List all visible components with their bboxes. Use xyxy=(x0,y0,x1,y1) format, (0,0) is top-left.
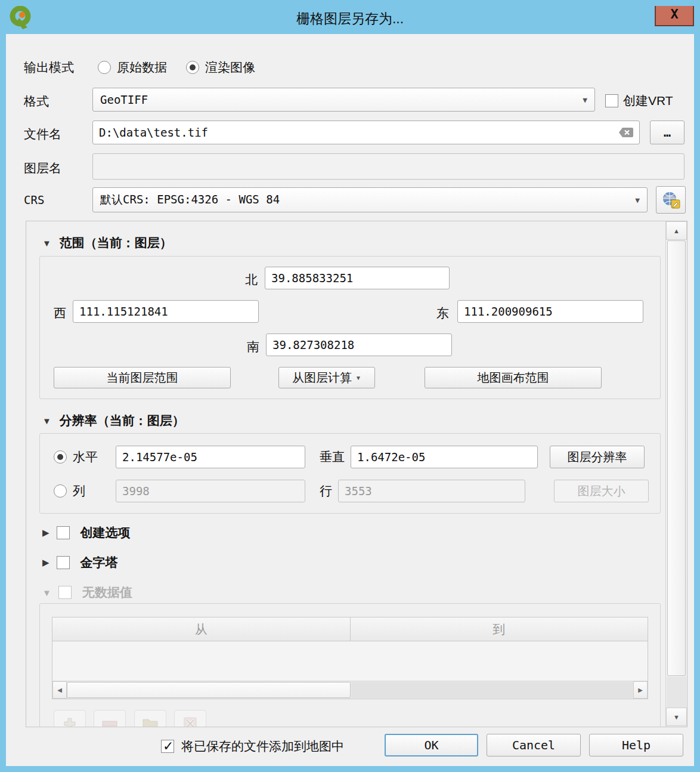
north-input[interactable] xyxy=(265,267,450,289)
calc-from-layer-label: 从图层计算 xyxy=(292,370,352,386)
nodata-groupbox: 从 到 ◀ ▶ xyxy=(39,603,661,727)
west-label: 西 xyxy=(54,305,66,322)
radio-resolution[interactable] xyxy=(54,450,67,464)
columns-input[interactable] xyxy=(116,480,305,502)
format-label: 格式 xyxy=(24,93,49,110)
extent-groupbox: 北 西 东 南 当前图层范围 从图层计算 ▼ xyxy=(39,256,661,399)
plus-icon xyxy=(63,717,77,727)
vertical-label: 垂直 xyxy=(320,449,345,465)
nodata-title[interactable]: 无数据值 xyxy=(82,584,132,601)
nodata-from-header: 从 xyxy=(52,617,351,641)
radio-raw-data-label[interactable]: 原始数据 xyxy=(117,59,167,76)
current-layer-extent-label: 当前图层范围 xyxy=(107,370,178,386)
south-label: 南 xyxy=(247,338,259,355)
nodata-table: 从 到 ◀ ▶ xyxy=(52,617,648,699)
vertical-resolution-input[interactable] xyxy=(351,446,538,468)
titlebar[interactable]: 栅格图层另存为... X xyxy=(0,0,700,34)
crs-select[interactable]: 默认CRS: EPSG:4326 - WGS 84 ▼ xyxy=(92,187,648,212)
collapse-triangle-icon[interactable]: ▼ xyxy=(42,416,51,426)
map-canvas-extent-button[interactable]: 地图画布范围 xyxy=(425,367,602,388)
x-icon xyxy=(183,717,197,727)
radio-rendered-image-label[interactable]: 渲染图像 xyxy=(205,59,255,76)
calc-from-layer-button[interactable]: 从图层计算 ▼ xyxy=(278,367,375,388)
layer-size-label: 图层大小 xyxy=(578,483,625,499)
globe-edit-icon xyxy=(661,190,681,209)
columns-label[interactable]: 列 xyxy=(73,483,110,499)
radio-size[interactable] xyxy=(54,484,67,498)
layername-input[interactable] xyxy=(92,153,684,180)
close-button[interactable]: X xyxy=(655,1,694,26)
pyramids-checkbox[interactable] xyxy=(57,556,70,569)
resolution-section-title[interactable]: 分辨率（当前：图层） xyxy=(60,412,185,429)
folder-icon xyxy=(142,717,159,727)
layer-resolution-label: 图层分辨率 xyxy=(568,449,627,465)
layer-size-button[interactable]: 图层大小 xyxy=(554,480,649,502)
collapse-triangle-icon[interactable]: ▼ xyxy=(42,588,51,598)
cancel-button[interactable]: Cancel xyxy=(487,734,581,756)
collapse-triangle-icon[interactable]: ▼ xyxy=(42,238,51,248)
crs-value: 默认CRS: EPSG:4326 - WGS 84 xyxy=(100,192,635,208)
dialog-title: 栅格图层另存为... xyxy=(0,10,700,28)
scroll-up-icon[interactable]: ▲ xyxy=(666,221,687,240)
create-vrt-label[interactable]: 创建VRT xyxy=(623,92,673,109)
remove-nodata-row-button[interactable] xyxy=(94,710,126,727)
layer-resolution-button[interactable]: 图层分辨率 xyxy=(550,446,645,468)
west-input[interactable] xyxy=(73,300,259,323)
expand-triangle-icon[interactable]: ▶ xyxy=(42,557,49,568)
create-options-checkbox[interactable] xyxy=(57,526,70,539)
pyramids-title[interactable]: 金字塔 xyxy=(80,554,118,571)
map-canvas-extent-label: 地图画布范围 xyxy=(478,370,549,386)
east-input[interactable] xyxy=(457,300,643,323)
filename-label: 文件名 xyxy=(24,126,61,143)
clear-text-icon[interactable] xyxy=(618,127,634,140)
layername-label: 图层名 xyxy=(24,160,61,177)
horizontal-resolution-input[interactable] xyxy=(116,446,305,468)
resolution-groupbox: 水平 垂直 图层分辨率 列 行 图层大小 xyxy=(39,433,661,514)
nodata-checkbox[interactable] xyxy=(58,586,72,599)
nodata-to-header: 到 xyxy=(351,617,648,641)
add-nodata-row-button[interactable] xyxy=(54,710,86,727)
format-select[interactable]: GeoTIFF ▼ xyxy=(92,88,595,112)
nodata-table-body xyxy=(52,641,648,681)
delete-nodata-button[interactable] xyxy=(174,710,206,727)
ok-button[interactable]: OK xyxy=(385,734,478,756)
create-vrt-checkbox[interactable] xyxy=(605,94,618,107)
vertical-scrollbar[interactable]: ▲ ▼ xyxy=(665,221,687,727)
output-mode-label: 输出模式 xyxy=(24,59,91,76)
load-nodata-button[interactable] xyxy=(134,710,166,727)
vscroll-thumb[interactable] xyxy=(667,240,686,676)
filename-input[interactable] xyxy=(92,121,640,144)
scroll-down-icon[interactable]: ▼ xyxy=(666,708,687,726)
format-value: GeoTIFF xyxy=(100,93,583,106)
radio-raw-data[interactable] xyxy=(98,61,111,74)
chevron-down-icon: ▼ xyxy=(583,95,587,104)
crs-picker-button[interactable] xyxy=(656,186,686,214)
south-input[interactable] xyxy=(266,333,452,356)
current-layer-extent-button[interactable]: 当前图层范围 xyxy=(54,367,231,388)
expand-triangle-icon[interactable]: ▶ xyxy=(42,527,49,538)
hscroll-thumb[interactable] xyxy=(67,682,351,698)
options-scrollarea: ▼ 范围（当前：图层） 北 西 东 南 当前图层范围 从图层计 xyxy=(26,221,687,727)
crs-label: CRS xyxy=(24,193,44,206)
scroll-left-icon[interactable]: ◀ xyxy=(52,681,67,699)
chevron-down-icon: ▼ xyxy=(635,196,640,205)
rows-input[interactable] xyxy=(338,480,525,502)
extent-section-title[interactable]: 范围（当前：图层） xyxy=(60,234,172,251)
add-to-map-checkbox[interactable] xyxy=(161,740,174,753)
minus-icon xyxy=(102,720,117,727)
scroll-right-icon[interactable]: ▶ xyxy=(633,681,648,699)
radio-rendered-image[interactable] xyxy=(186,61,199,74)
add-to-map-label[interactable]: 将已保存的文件添加到地图中 xyxy=(181,738,344,755)
chevron-down-icon: ▼ xyxy=(355,375,361,381)
browse-button[interactable]: … xyxy=(650,121,684,144)
help-button[interactable]: Help xyxy=(589,734,683,756)
east-label: 东 xyxy=(436,305,449,322)
rows-label: 行 xyxy=(320,483,332,499)
vscroll-track[interactable] xyxy=(667,677,686,708)
save-raster-dialog: 栅格图层另存为... X 输出模式 原始数据 渲染图像 格式 GeoTIFF ▼… xyxy=(0,0,700,772)
hscroll-track xyxy=(351,682,633,698)
north-label: 北 xyxy=(245,271,258,288)
horizontal-label[interactable]: 水平 xyxy=(73,449,110,465)
nodata-hscrollbar[interactable]: ◀ ▶ xyxy=(52,681,648,699)
create-options-title[interactable]: 创建选项 xyxy=(80,524,131,541)
